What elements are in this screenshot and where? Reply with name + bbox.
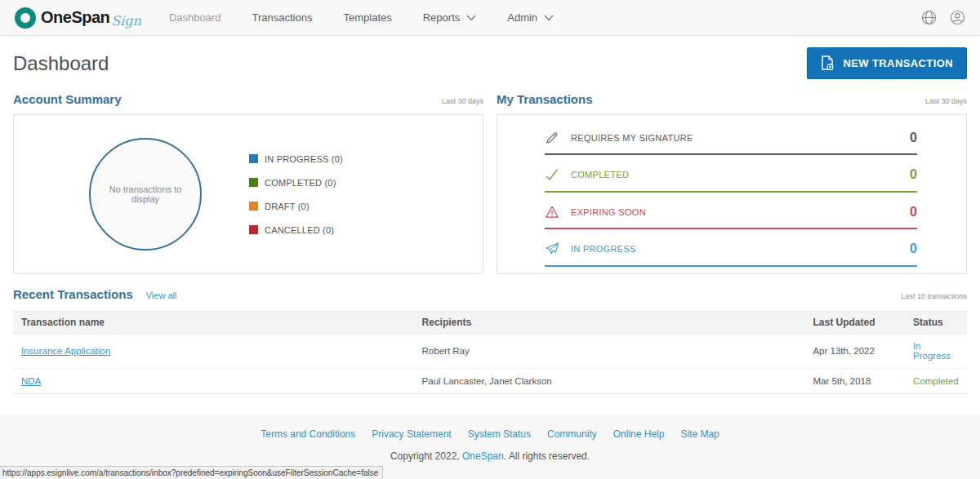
transaction-link-insurance-application[interactable]: Insurance Application bbox=[21, 346, 110, 356]
onespan-sign-logo[interactable]: OneSpan Sign bbox=[15, 7, 141, 29]
nav-item-dashboard[interactable]: Dashboard bbox=[169, 11, 221, 24]
legend-item-cancelled: CANCELLED (0) bbox=[249, 225, 343, 235]
footer-link-community[interactable]: Community bbox=[547, 428, 597, 440]
legend-label: DRAFT (0) bbox=[265, 202, 310, 211]
legend-item-in-progress: IN PROGRESS (0) bbox=[249, 154, 343, 164]
paper-plane-icon bbox=[545, 242, 561, 256]
brand-name: OneSpan bbox=[41, 8, 109, 27]
chevron-down-icon bbox=[544, 15, 554, 21]
table-row: NDA Paul Lancaster, Janet Clarkson Mar 5… bbox=[13, 369, 967, 394]
new-document-icon bbox=[821, 55, 835, 71]
top-navigation-bar: OneSpan Sign Dashboard Transactions Temp… bbox=[0, 0, 980, 36]
mt-count: 0 bbox=[910, 242, 917, 256]
new-transaction-button[interactable]: NEW TRANSACTION bbox=[807, 47, 967, 79]
transaction-link-nda[interactable]: NDA bbox=[21, 376, 41, 386]
mt-row-completed[interactable]: COMPLETED 0 bbox=[545, 159, 917, 193]
legend-swatch-cancelled bbox=[249, 225, 258, 234]
brand-sign-script: Sign bbox=[111, 13, 141, 29]
my-transactions-panel: REQUIRES MY SIGNATURE 0 COMPLETED 0 EXPI… bbox=[497, 114, 967, 274]
my-transactions-header: My Transactions Last 30 days bbox=[497, 92, 967, 106]
recent-transactions-table: Transaction name Recipients Last Updated… bbox=[13, 311, 967, 394]
legend-label: IN PROGRESS (0) bbox=[265, 154, 343, 164]
mt-row-in-progress[interactable]: IN PROGRESS 0 bbox=[545, 233, 917, 267]
language-globe-icon[interactable] bbox=[921, 10, 937, 25]
donut-chart: No transactions to display bbox=[89, 138, 202, 251]
view-all-link[interactable]: View all bbox=[146, 291, 177, 300]
nav-item-templates[interactable]: Templates bbox=[343, 11, 391, 24]
mt-row-requires-signature[interactable]: REQUIRES MY SIGNATURE 0 bbox=[545, 122, 917, 155]
footer-links: Terms and Conditions Privacy Statement S… bbox=[0, 428, 980, 440]
footer-link-site-map[interactable]: Site Map bbox=[680, 428, 719, 440]
user-account-icon[interactable] bbox=[950, 10, 965, 25]
status-badge: Completed bbox=[913, 376, 959, 386]
column-header-recipients: Recipients bbox=[414, 312, 805, 334]
account-summary-range: Last 30 days bbox=[442, 97, 483, 105]
account-summary-header: Account Summary Last 30 days bbox=[13, 92, 483, 106]
nav-items: Dashboard Transactions Templates Reports… bbox=[169, 11, 554, 24]
legend-swatch-completed bbox=[249, 178, 258, 187]
legend-item-completed: COMPLETED (0) bbox=[249, 178, 343, 188]
column-header-transaction-name: Transaction name bbox=[13, 312, 414, 334]
copyright-suffix: . All rights reserved. bbox=[504, 450, 590, 462]
mt-count: 0 bbox=[910, 131, 917, 145]
page-title: Dashboard bbox=[13, 52, 109, 75]
footer-link-terms[interactable]: Terms and Conditions bbox=[261, 428, 355, 440]
footer-link-online-help[interactable]: Online Help bbox=[613, 428, 665, 440]
chart-legend: IN PROGRESS (0) COMPLETED (0) DRAFT (0) … bbox=[249, 154, 343, 235]
status-badge: In Progress bbox=[913, 341, 951, 361]
browser-status-url: https://apps.esignlive.com/a/transaction… bbox=[0, 466, 383, 479]
footer-link-system-status[interactable]: System Status bbox=[468, 428, 531, 440]
my-transactions-range: Last 30 days bbox=[925, 97, 967, 105]
legend-swatch-in-progress bbox=[249, 154, 258, 163]
legend-label: COMPLETED (0) bbox=[265, 178, 336, 188]
dashboard-columns: Account Summary Last 30 days No transact… bbox=[0, 87, 980, 274]
nav-item-reports-label: Reports bbox=[423, 11, 461, 24]
table-row: Insurance Application Robert Ray Apr 13t… bbox=[13, 334, 967, 369]
footer-link-privacy[interactable]: Privacy Statement bbox=[372, 428, 451, 440]
warning-icon bbox=[545, 205, 561, 220]
page-header: Dashboard NEW TRANSACTION bbox=[0, 36, 980, 87]
copyright-prefix: Copyright 2022, bbox=[390, 450, 462, 462]
recent-transactions-title: Recent Transactions bbox=[13, 287, 133, 301]
legend-label: CANCELLED (0) bbox=[265, 225, 334, 235]
legend-item-draft: DRAFT (0) bbox=[249, 202, 343, 211]
mt-row-expiring-soon[interactable]: EXPIRING SOON 0 bbox=[545, 196, 917, 229]
nav-item-reports[interactable]: Reports bbox=[423, 11, 477, 24]
nav-item-transactions[interactable]: Transactions bbox=[252, 11, 313, 24]
recipients-cell: Robert Ray bbox=[414, 334, 805, 369]
account-summary-title: Account Summary bbox=[13, 92, 122, 106]
nav-item-admin[interactable]: Admin bbox=[507, 11, 554, 24]
mt-label: COMPLETED bbox=[571, 170, 629, 180]
onespan-logo-icon bbox=[15, 7, 36, 29]
topnav-right-icons bbox=[921, 10, 965, 25]
nav-item-admin-label: Admin bbox=[507, 11, 537, 24]
mt-label: REQUIRES MY SIGNATURE bbox=[571, 133, 693, 143]
recent-transactions-range: Last 10 transactions bbox=[901, 292, 967, 300]
mt-count: 0 bbox=[910, 205, 917, 220]
mt-label: EXPIRING SOON bbox=[571, 207, 646, 217]
last-updated-cell: Mar 5th, 2018 bbox=[804, 369, 905, 394]
recent-transactions-header: Recent Transactions View all Last 10 tra… bbox=[0, 274, 980, 311]
mt-count: 0 bbox=[910, 167, 917, 182]
check-icon bbox=[545, 167, 561, 182]
mt-label: IN PROGRESS bbox=[571, 244, 636, 254]
new-transaction-label: NEW TRANSACTION bbox=[843, 57, 953, 69]
pencil-icon bbox=[545, 131, 561, 145]
account-summary-panel: No transactions to display IN PROGRESS (… bbox=[13, 114, 483, 274]
donut-empty-circle: No transactions to display bbox=[89, 138, 202, 251]
donut-empty-text: No transactions to display bbox=[91, 184, 200, 204]
recipients-cell: Paul Lancaster, Janet Clarkson bbox=[414, 369, 805, 394]
column-header-last-updated: Last Updated bbox=[804, 312, 905, 334]
my-transactions-title: My Transactions bbox=[497, 92, 593, 106]
account-summary-section: Account Summary Last 30 days No transact… bbox=[13, 87, 483, 274]
column-header-status: Status bbox=[905, 312, 967, 334]
last-updated-cell: Apr 13th, 2022 bbox=[804, 334, 905, 369]
copyright-text: Copyright 2022, OneSpan. All rights rese… bbox=[0, 450, 980, 462]
copyright-onespan-link[interactable]: OneSpan bbox=[462, 450, 504, 462]
my-transactions-section: My Transactions Last 30 days REQUIRES MY… bbox=[497, 87, 967, 274]
legend-swatch-draft bbox=[249, 202, 258, 211]
table-header-row: Transaction name Recipients Last Updated… bbox=[13, 312, 967, 334]
chevron-down-icon bbox=[466, 15, 476, 21]
